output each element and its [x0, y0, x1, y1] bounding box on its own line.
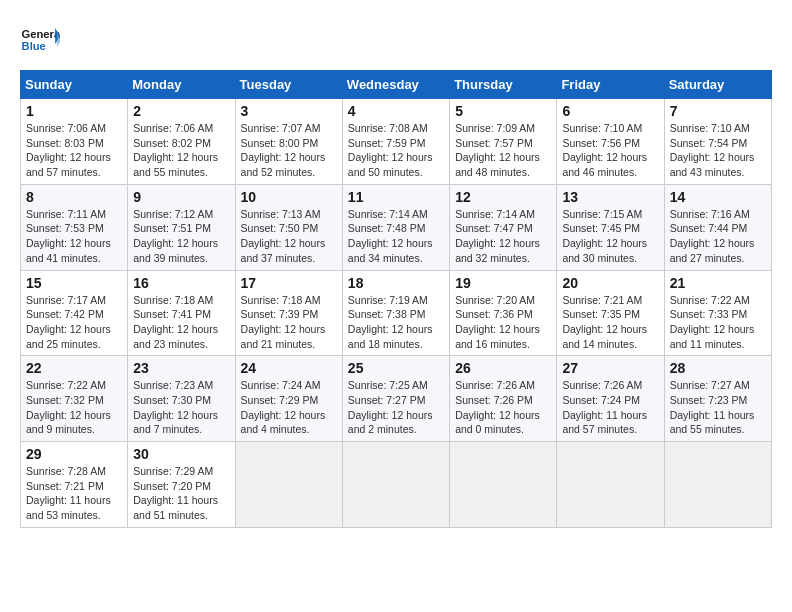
weekday-header: Monday: [128, 71, 235, 99]
day-number: 28: [670, 360, 766, 376]
day-info: Sunrise: 7:06 AMSunset: 8:02 PMDaylight:…: [133, 121, 229, 180]
logo-icon: General Blue: [20, 20, 60, 60]
day-number: 15: [26, 275, 122, 291]
calendar-day-cell: 14Sunrise: 7:16 AMSunset: 7:44 PMDayligh…: [664, 184, 771, 270]
calendar-day-cell: [664, 442, 771, 528]
calendar-week-row: 22Sunrise: 7:22 AMSunset: 7:32 PMDayligh…: [21, 356, 772, 442]
day-number: 8: [26, 189, 122, 205]
calendar-table: SundayMondayTuesdayWednesdayThursdayFrid…: [20, 70, 772, 528]
day-info: Sunrise: 7:22 AMSunset: 7:32 PMDaylight:…: [26, 378, 122, 437]
weekday-header: Thursday: [450, 71, 557, 99]
calendar-week-row: 8Sunrise: 7:11 AMSunset: 7:53 PMDaylight…: [21, 184, 772, 270]
day-number: 30: [133, 446, 229, 462]
calendar-day-cell: 16Sunrise: 7:18 AMSunset: 7:41 PMDayligh…: [128, 270, 235, 356]
day-info: Sunrise: 7:16 AMSunset: 7:44 PMDaylight:…: [670, 207, 766, 266]
calendar-day-cell: 22Sunrise: 7:22 AMSunset: 7:32 PMDayligh…: [21, 356, 128, 442]
calendar-day-cell: 10Sunrise: 7:13 AMSunset: 7:50 PMDayligh…: [235, 184, 342, 270]
day-info: Sunrise: 7:26 AMSunset: 7:24 PMDaylight:…: [562, 378, 658, 437]
day-info: Sunrise: 7:23 AMSunset: 7:30 PMDaylight:…: [133, 378, 229, 437]
day-number: 23: [133, 360, 229, 376]
weekday-header: Sunday: [21, 71, 128, 99]
calendar-week-row: 15Sunrise: 7:17 AMSunset: 7:42 PMDayligh…: [21, 270, 772, 356]
logo: General Blue: [20, 20, 64, 60]
weekday-header: Wednesday: [342, 71, 449, 99]
day-number: 12: [455, 189, 551, 205]
day-number: 13: [562, 189, 658, 205]
calendar-day-cell: 29Sunrise: 7:28 AMSunset: 7:21 PMDayligh…: [21, 442, 128, 528]
calendar-week-row: 29Sunrise: 7:28 AMSunset: 7:21 PMDayligh…: [21, 442, 772, 528]
calendar-day-cell: 1Sunrise: 7:06 AMSunset: 8:03 PMDaylight…: [21, 99, 128, 185]
calendar-day-cell: 18Sunrise: 7:19 AMSunset: 7:38 PMDayligh…: [342, 270, 449, 356]
calendar-day-cell: 15Sunrise: 7:17 AMSunset: 7:42 PMDayligh…: [21, 270, 128, 356]
day-info: Sunrise: 7:08 AMSunset: 7:59 PMDaylight:…: [348, 121, 444, 180]
day-info: Sunrise: 7:22 AMSunset: 7:33 PMDaylight:…: [670, 293, 766, 352]
calendar-day-cell: 17Sunrise: 7:18 AMSunset: 7:39 PMDayligh…: [235, 270, 342, 356]
day-info: Sunrise: 7:10 AMSunset: 7:56 PMDaylight:…: [562, 121, 658, 180]
calendar-day-cell: 6Sunrise: 7:10 AMSunset: 7:56 PMDaylight…: [557, 99, 664, 185]
day-info: Sunrise: 7:27 AMSunset: 7:23 PMDaylight:…: [670, 378, 766, 437]
day-info: Sunrise: 7:17 AMSunset: 7:42 PMDaylight:…: [26, 293, 122, 352]
day-number: 26: [455, 360, 551, 376]
day-number: 29: [26, 446, 122, 462]
calendar-day-cell: 7Sunrise: 7:10 AMSunset: 7:54 PMDaylight…: [664, 99, 771, 185]
calendar-day-cell: 28Sunrise: 7:27 AMSunset: 7:23 PMDayligh…: [664, 356, 771, 442]
calendar-day-cell: 25Sunrise: 7:25 AMSunset: 7:27 PMDayligh…: [342, 356, 449, 442]
day-number: 4: [348, 103, 444, 119]
day-info: Sunrise: 7:26 AMSunset: 7:26 PMDaylight:…: [455, 378, 551, 437]
day-number: 7: [670, 103, 766, 119]
day-number: 3: [241, 103, 337, 119]
calendar-day-cell: 26Sunrise: 7:26 AMSunset: 7:26 PMDayligh…: [450, 356, 557, 442]
day-info: Sunrise: 7:25 AMSunset: 7:27 PMDaylight:…: [348, 378, 444, 437]
calendar-day-cell: 5Sunrise: 7:09 AMSunset: 7:57 PMDaylight…: [450, 99, 557, 185]
day-info: Sunrise: 7:18 AMSunset: 7:41 PMDaylight:…: [133, 293, 229, 352]
day-info: Sunrise: 7:20 AMSunset: 7:36 PMDaylight:…: [455, 293, 551, 352]
day-info: Sunrise: 7:18 AMSunset: 7:39 PMDaylight:…: [241, 293, 337, 352]
calendar-day-cell: 2Sunrise: 7:06 AMSunset: 8:02 PMDaylight…: [128, 99, 235, 185]
day-number: 9: [133, 189, 229, 205]
page-header: General Blue: [20, 20, 772, 60]
calendar-day-cell: 20Sunrise: 7:21 AMSunset: 7:35 PMDayligh…: [557, 270, 664, 356]
calendar-day-cell: 27Sunrise: 7:26 AMSunset: 7:24 PMDayligh…: [557, 356, 664, 442]
day-info: Sunrise: 7:24 AMSunset: 7:29 PMDaylight:…: [241, 378, 337, 437]
day-info: Sunrise: 7:09 AMSunset: 7:57 PMDaylight:…: [455, 121, 551, 180]
day-number: 27: [562, 360, 658, 376]
day-number: 19: [455, 275, 551, 291]
day-info: Sunrise: 7:07 AMSunset: 8:00 PMDaylight:…: [241, 121, 337, 180]
day-info: Sunrise: 7:28 AMSunset: 7:21 PMDaylight:…: [26, 464, 122, 523]
weekday-header: Saturday: [664, 71, 771, 99]
day-info: Sunrise: 7:11 AMSunset: 7:53 PMDaylight:…: [26, 207, 122, 266]
calendar-day-cell: 30Sunrise: 7:29 AMSunset: 7:20 PMDayligh…: [128, 442, 235, 528]
day-number: 21: [670, 275, 766, 291]
weekday-header: Friday: [557, 71, 664, 99]
day-info: Sunrise: 7:13 AMSunset: 7:50 PMDaylight:…: [241, 207, 337, 266]
day-number: 5: [455, 103, 551, 119]
day-number: 22: [26, 360, 122, 376]
day-info: Sunrise: 7:21 AMSunset: 7:35 PMDaylight:…: [562, 293, 658, 352]
calendar-day-cell: 21Sunrise: 7:22 AMSunset: 7:33 PMDayligh…: [664, 270, 771, 356]
weekday-header: Tuesday: [235, 71, 342, 99]
day-number: 11: [348, 189, 444, 205]
day-number: 1: [26, 103, 122, 119]
day-number: 16: [133, 275, 229, 291]
day-number: 17: [241, 275, 337, 291]
day-number: 20: [562, 275, 658, 291]
day-info: Sunrise: 7:12 AMSunset: 7:51 PMDaylight:…: [133, 207, 229, 266]
day-number: 10: [241, 189, 337, 205]
calendar-day-cell: 13Sunrise: 7:15 AMSunset: 7:45 PMDayligh…: [557, 184, 664, 270]
day-info: Sunrise: 7:29 AMSunset: 7:20 PMDaylight:…: [133, 464, 229, 523]
day-number: 25: [348, 360, 444, 376]
svg-text:Blue: Blue: [22, 40, 46, 52]
day-number: 18: [348, 275, 444, 291]
day-info: Sunrise: 7:14 AMSunset: 7:47 PMDaylight:…: [455, 207, 551, 266]
day-number: 2: [133, 103, 229, 119]
calendar-day-cell: [342, 442, 449, 528]
calendar-day-cell: 11Sunrise: 7:14 AMSunset: 7:48 PMDayligh…: [342, 184, 449, 270]
calendar-day-cell: 4Sunrise: 7:08 AMSunset: 7:59 PMDaylight…: [342, 99, 449, 185]
svg-text:General: General: [22, 28, 60, 40]
day-info: Sunrise: 7:06 AMSunset: 8:03 PMDaylight:…: [26, 121, 122, 180]
calendar-day-cell: 19Sunrise: 7:20 AMSunset: 7:36 PMDayligh…: [450, 270, 557, 356]
day-info: Sunrise: 7:14 AMSunset: 7:48 PMDaylight:…: [348, 207, 444, 266]
calendar-week-row: 1Sunrise: 7:06 AMSunset: 8:03 PMDaylight…: [21, 99, 772, 185]
calendar-day-cell: [235, 442, 342, 528]
day-info: Sunrise: 7:15 AMSunset: 7:45 PMDaylight:…: [562, 207, 658, 266]
